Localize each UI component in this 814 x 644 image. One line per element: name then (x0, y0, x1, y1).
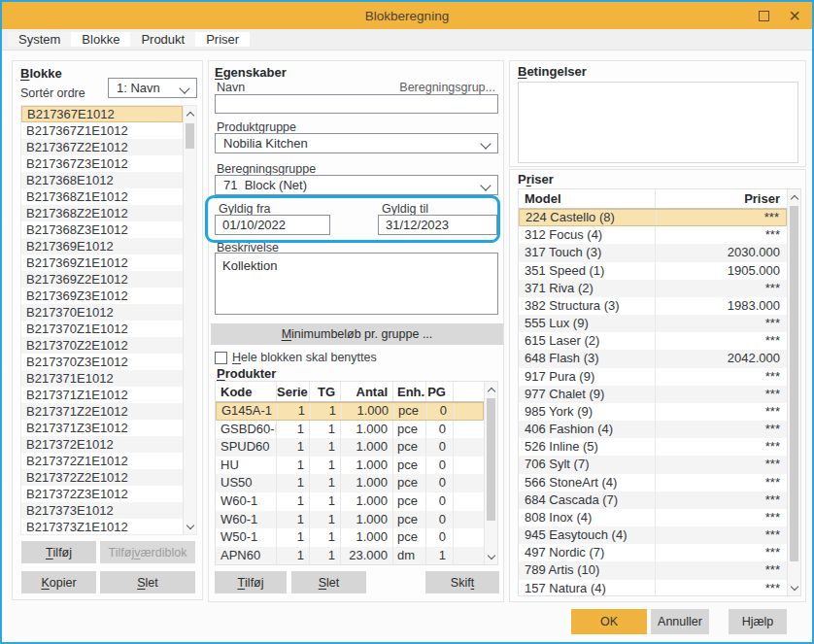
list-item[interactable]: B217369Z2E1012 (21, 271, 183, 288)
list-item[interactable]: B217373E1012 (21, 502, 183, 519)
table-row[interactable]: W60-1 1 1 1.000 pce 0 (216, 511, 484, 529)
scrollbar-thumb[interactable] (790, 206, 798, 561)
title-bar[interactable]: Blokberegning × (2, 2, 812, 29)
list-item[interactable]: B217368Z1E1012 (21, 188, 183, 205)
table-row[interactable]: 615 Laser (2) *** (519, 332, 787, 350)
navn-input[interactable] (215, 94, 498, 114)
list-item[interactable]: B217369E1012 (21, 238, 183, 254)
slet-blok-button[interactable]: Slet (100, 571, 195, 593)
list-item[interactable]: B217368E1012 (21, 172, 183, 188)
hele-blokken-checkbox[interactable] (215, 352, 227, 364)
column-header[interactable]: Kode (216, 382, 276, 401)
table-row[interactable]: 684 Cascada (7) *** (519, 491, 787, 509)
list-item[interactable]: B217372Z2E1012 (21, 469, 183, 486)
tilfoj-produkt-button[interactable]: Tilføj (215, 571, 287, 593)
scrollbar[interactable] (183, 106, 196, 534)
scroll-down-icon[interactable] (485, 549, 497, 564)
tilfoj-blok-button[interactable]: Tilføj (21, 541, 96, 563)
list-item[interactable]: B217370E1012 (21, 304, 183, 321)
list-item[interactable]: B217370Z1E1012 (21, 321, 183, 337)
table-row[interactable]: W60-1 1 1 1.000 pce 0 (216, 492, 484, 511)
table-row[interactable]: US50 1 1 1.000 pce 0 (216, 474, 484, 492)
produktgruppe-select[interactable]: Nobilia Kitchen (215, 133, 498, 153)
gyldig-fra-input[interactable] (215, 215, 330, 235)
list-item[interactable]: B217367Z2E1012 (21, 139, 183, 155)
sort-order-select[interactable]: 1: Navn (108, 78, 197, 98)
hjaelp-button[interactable]: Hjælp (729, 609, 787, 634)
table-row[interactable]: W50-1 1 1 1.000 pce 0 (216, 528, 484, 547)
menu-item[interactable]: System (8, 32, 71, 47)
table-row[interactable]: 371 Riva (2) *** (519, 280, 787, 297)
scroll-up-icon[interactable] (788, 189, 800, 205)
table-row[interactable]: 555 Lux (9) *** (519, 315, 787, 332)
table-row[interactable]: 808 Inox (4) *** (519, 509, 787, 526)
gyldig-til-input[interactable] (378, 215, 497, 235)
table-row[interactable]: 566 StoneArt (4) *** (519, 474, 787, 491)
annuller-button[interactable]: Annuller (651, 609, 709, 634)
minimumbelob-button[interactable]: Minimumbeløb pr. gruppe ... (211, 323, 503, 345)
scroll-down-icon[interactable] (184, 519, 196, 534)
maximize-icon[interactable] (759, 11, 769, 21)
list-item[interactable]: B217370Z2E1012 (21, 337, 183, 354)
list-item[interactable]: B217372E1012 (21, 436, 183, 453)
list-item[interactable]: B217368Z2E1012 (21, 205, 183, 221)
list-item[interactable]: B217367E1012 (21, 106, 183, 122)
table-row[interactable]: APN60 1 1 23.000 dm 1 (216, 547, 484, 565)
table-row[interactable]: 706 Sylt (7) *** (519, 456, 787, 473)
scrollbar[interactable] (484, 382, 497, 564)
table-row[interactable]: SPUD60 1 1 1.000 pce 0 (216, 438, 484, 457)
column-header[interactable]: Enh... (392, 382, 425, 401)
tilfoj-vaerdiblok-button[interactable]: Tilføj værdiblok (100, 541, 195, 563)
table-row[interactable]: 917 Pura (9) *** (519, 368, 787, 386)
table-row[interactable]: 406 Fashion (4) *** (519, 421, 787, 438)
menu-item[interactable]: Priser (195, 32, 250, 47)
kopier-button[interactable]: Kopier (21, 571, 96, 593)
list-item[interactable]: B217371Z3E1012 (21, 420, 183, 436)
slet-produkt-button[interactable]: Slet (291, 571, 366, 593)
table-row[interactable]: 224 Castello (8) *** (519, 209, 787, 226)
table-row[interactable]: 977 Chalet (9) *** (519, 386, 787, 403)
column-header[interactable]: PG (425, 382, 453, 401)
scrollbar-thumb[interactable] (487, 398, 495, 521)
close-icon[interactable]: × (789, 6, 800, 25)
table-row[interactable]: 789 Artis (10) *** (519, 561, 787, 579)
column-header[interactable]: Priser (655, 189, 787, 208)
list-item[interactable]: B217371E1012 (21, 370, 183, 387)
menu-item[interactable]: Blokke (71, 32, 130, 47)
list-item[interactable]: B217367Z3E1012 (21, 155, 183, 172)
list-item[interactable]: B217369Z1E1012 (21, 254, 183, 271)
table-row[interactable]: 351 Speed (1) 1905.000 (519, 262, 787, 280)
column-header[interactable]: Serie (276, 382, 309, 401)
table-row[interactable]: 945 Easytouch (4) *** (519, 526, 787, 544)
table-row[interactable]: 312 Focus (4) *** (519, 226, 787, 244)
ok-button[interactable]: OK (571, 609, 647, 634)
menu-item[interactable]: Produkt (130, 32, 195, 47)
scroll-down-icon[interactable] (788, 580, 800, 595)
betingelser-textarea[interactable] (518, 82, 798, 163)
list-item[interactable]: B217372Z3E1012 (21, 486, 183, 502)
list-item[interactable]: B217369Z3E1012 (21, 288, 183, 304)
table-row[interactable]: 648 Flash (3) 2042.000 (519, 350, 787, 367)
column-header[interactable]: Model (519, 189, 655, 208)
scrollbar[interactable] (787, 189, 800, 595)
list-item[interactable]: B217372Z1E1012 (21, 453, 183, 469)
table-row[interactable]: 317 Touch (3) 2030.000 (519, 244, 787, 261)
skift-button[interactable]: Skift (425, 571, 499, 593)
table-row[interactable]: HU 1 1 1.000 pce 0 (216, 457, 484, 475)
list-item[interactable]: B217371Z1E1012 (21, 387, 183, 403)
column-header[interactable]: TG (309, 382, 340, 401)
column-header[interactable]: Antal (340, 382, 392, 401)
scroll-up-icon[interactable] (184, 106, 196, 121)
list-item[interactable]: B217367Z1E1012 (21, 122, 183, 139)
table-row[interactable]: 157 Natura (4) *** (519, 580, 787, 596)
list-item[interactable]: B217370Z3E1012 (21, 354, 183, 370)
beregningsgruppe-select[interactable]: 71 Block (Net) (215, 175, 498, 195)
table-row[interactable]: G145A-1 1 1 1.000 pce 0 (216, 402, 484, 421)
list-item[interactable]: B217368Z3E1012 (21, 221, 183, 238)
table-row[interactable]: 985 York (9) *** (519, 403, 787, 421)
scroll-up-icon[interactable] (485, 382, 497, 397)
scrollbar-thumb[interactable] (186, 123, 194, 149)
table-row[interactable]: 382 Structura (3) 1983.000 (519, 297, 787, 315)
list-item[interactable]: B217373Z1E1012 (21, 519, 183, 535)
table-row[interactable]: GSBD60-I 1 1 1.000 pce 0 (216, 421, 484, 439)
